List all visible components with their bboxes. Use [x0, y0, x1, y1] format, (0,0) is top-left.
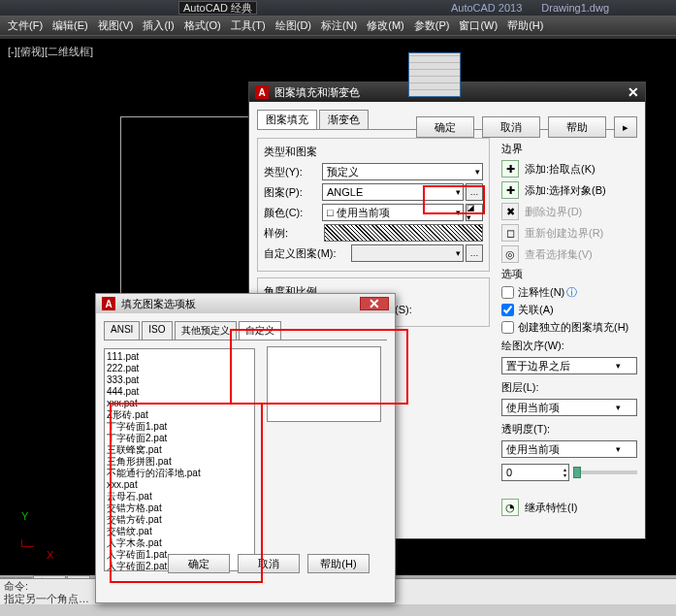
tab-iso[interactable]: ISO [142, 321, 172, 340]
list-item[interactable]: 444.pat [107, 386, 252, 398]
dialog-title: 图案填充和渐变色 [274, 85, 360, 100]
palette-title: 填充图案选项板 [121, 297, 196, 311]
statusbar [0, 604, 676, 616]
app-titlebar: AutoCAD 经典 AutoCAD 2013 Drawing1.dwg [0, 0, 676, 16]
pattern-palette-dialog: A 填充图案选项板 ✕ ANSI ISO 其他预定义 自定义 111.pat 2… [95, 293, 396, 603]
palette-buttons: 确定 取消 帮助(H) [168, 554, 370, 573]
tab-ansi[interactable]: ANSI [104, 321, 140, 340]
dialog-buttons: 确定 取消 帮助 ▸ [416, 116, 637, 138]
cancel-button[interactable]: 取消 [482, 116, 540, 138]
color-swatch-button[interactable]: ◪ ▾ [466, 204, 483, 221]
close-icon[interactable]: ✕ [628, 84, 639, 100]
list-item[interactable]: 不能通行的沼泽地.pat [107, 468, 252, 479]
menu-window[interactable]: 窗口(W) [455, 18, 501, 33]
pattern-dropdown[interactable]: ANGLE [322, 183, 464, 201]
pickpoint-icon[interactable]: ✚ [501, 160, 519, 178]
list-item[interactable]: xxx.pat [107, 479, 252, 491]
menu-tools[interactable]: 工具(T) [227, 18, 270, 33]
app-icon: A [255, 85, 269, 99]
close-icon[interactable]: ✕ [360, 297, 389, 310]
app-icon: A [102, 297, 115, 310]
list-item[interactable]: Z形砖.pat [107, 409, 252, 421]
expand-button[interactable]: ▸ [614, 116, 637, 138]
draworder-dropdown[interactable]: 置于边界之后 [501, 357, 637, 374]
menu-edit[interactable]: 编辑(E) [48, 18, 92, 33]
list-item[interactable]: 三联蜂窝.pat [107, 444, 252, 456]
custom-pattern-browse: … [466, 244, 483, 262]
separate-checkbox[interactable] [501, 321, 514, 334]
select-icon[interactable]: ✚ [501, 181, 519, 199]
annotative-checkbox[interactable] [501, 286, 514, 299]
tab-hatch[interactable]: 图案填充 [257, 110, 317, 129]
transparency-value[interactable]: 0 [501, 464, 569, 481]
menu-dimension[interactable]: 标注(N) [317, 18, 361, 33]
help-button[interactable]: 帮助(H) [307, 554, 370, 573]
inherit-icon[interactable]: ◔ [501, 499, 519, 516]
pattern-list[interactable]: 111.pat 222.pat 333.pat 444.pat xxx.pat … [104, 348, 255, 571]
layer-dropdown[interactable]: 使用当前项 [501, 399, 637, 416]
menu-file[interactable]: 文件(F) [4, 18, 47, 33]
list-item[interactable]: 人字木条.pat [107, 537, 252, 549]
palette-tabs: ANSI ISO 其他预定义 自定义 [104, 321, 387, 340]
menu-parametric[interactable]: 参数(P) [410, 18, 454, 33]
transparency-slider[interactable] [573, 470, 637, 474]
list-item[interactable]: 丁字砖面1.pat [107, 421, 252, 433]
app-title: AutoCAD 2013 [451, 2, 522, 14]
delete-boundary-icon: ✖ [501, 203, 519, 220]
list-item[interactable]: 交错纹.pat [107, 526, 252, 537]
ok-button[interactable]: 确定 [168, 554, 230, 573]
menu-modify[interactable]: 修改(M) [363, 18, 408, 33]
transparency-dropdown[interactable]: 使用当前项 [501, 440, 637, 458]
color-dropdown[interactable]: □ 使用当前项 [322, 204, 464, 221]
list-item[interactable]: xxx.pat [107, 398, 252, 409]
pattern-preview [267, 346, 381, 422]
palette-titlebar[interactable]: A 填充图案选项板 ✕ [96, 294, 395, 313]
menu-help[interactable]: 帮助(H) [503, 18, 547, 33]
type-dropdown[interactable]: 预定义 [322, 163, 483, 180]
recreate-icon: ◻ [501, 224, 519, 242]
doc-name: Drawing1.dwg [541, 2, 609, 14]
list-item[interactable]: 交错方格.pat [107, 503, 252, 514]
custom-pattern-dropdown [351, 244, 464, 262]
tab-custom[interactable]: 自定义 [239, 321, 281, 340]
menu-insert[interactable]: 插入(I) [139, 18, 177, 33]
pattern-browse-button[interactable]: … [466, 183, 483, 201]
viewsel-icon: ◎ [501, 245, 519, 263]
menubar: 文件(F) 编辑(E) 视图(V) 插入(I) 格式(O) 工具(T) 绘图(D… [0, 16, 676, 35]
tab-gradient[interactable]: 渐变色 [319, 110, 369, 129]
group-type-pattern: 类型和图案 类型(Y): 预定义 图案(P): ANGLE … 颜色(C): □… [257, 138, 490, 272]
viewport-label[interactable]: [-][俯视][二维线框] [8, 45, 93, 59]
list-item[interactable]: 333.pat [107, 374, 252, 386]
menu-view[interactable]: 视图(V) [94, 18, 138, 33]
help-button[interactable]: 帮助 [548, 116, 606, 138]
menu-draw[interactable]: 绘图(D) [272, 18, 315, 33]
info-icon[interactable]: ⓘ [566, 285, 577, 300]
sample-swatch[interactable] [324, 224, 483, 242]
list-item[interactable]: 交错方砖.pat [107, 514, 252, 526]
tab-other[interactable]: 其他预定义 [175, 321, 237, 340]
hatch-preview[interactable] [408, 52, 461, 97]
ucs-icon: Y └─X [17, 539, 34, 553]
list-item[interactable]: 三角形拼图.pat [107, 456, 252, 468]
menu-format[interactable]: 格式(O) [180, 18, 225, 33]
ok-button[interactable]: 确定 [416, 116, 474, 138]
list-item[interactable]: 云母石.pat [107, 491, 252, 503]
list-item[interactable]: 丁字砖面2.pat [107, 433, 252, 444]
associative-checkbox[interactable] [501, 304, 514, 316]
list-item[interactable]: 111.pat [107, 351, 252, 363]
list-item[interactable]: 222.pat [107, 363, 252, 374]
cancel-button[interactable]: 取消 [238, 554, 300, 573]
workspace-selector[interactable]: AutoCAD 经典 [178, 1, 257, 15]
